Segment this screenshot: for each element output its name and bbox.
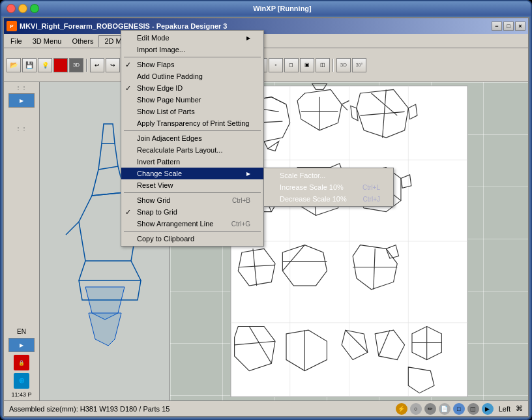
toolbar-redo[interactable]: ↪ xyxy=(106,58,120,72)
sidebar-icon-2[interactable]: 🌐 xyxy=(14,373,29,389)
submenu-decrease-scale[interactable]: Decrease Scale 10% Ctrl+J xyxy=(264,193,393,205)
lang-label: EN xyxy=(17,328,26,335)
sep-1 xyxy=(124,57,261,57)
toolbar-light[interactable]: 💡 xyxy=(38,58,52,72)
sidebar-btn-1[interactable]: ▶ xyxy=(8,93,35,108)
inner-title-text: MKVI_Right_Forearm_ROBOGENESIS - Pepakur… xyxy=(20,22,227,30)
sep-2 xyxy=(124,130,261,131)
outer-close-btn[interactable] xyxy=(7,4,16,13)
dropdown-join-edges[interactable]: Join Adjacent Edges xyxy=(121,132,263,144)
toolbar-align6[interactable]: ◫ xyxy=(316,58,330,72)
dropdown-apply-transparency[interactable]: Apply Transparency of Print Setting xyxy=(121,117,263,129)
toolbar-open[interactable]: 📂 xyxy=(7,58,21,72)
sidebar-dots-1: ⋮⋮ xyxy=(16,85,27,91)
dropdown-copy-clipboard[interactable]: Copy to Clipboard xyxy=(121,233,263,245)
status-icon-2[interactable]: ○ xyxy=(410,403,422,415)
menu-others[interactable]: Others xyxy=(66,36,98,46)
submenu-scale-factor[interactable]: Scale Factor... xyxy=(264,170,393,181)
submenu-increase-scale[interactable]: Increase Scale 10% Ctrl+L xyxy=(264,181,393,193)
menu-2d-dropdown: Edit Mode ▶ Import Image... Show Flaps A… xyxy=(121,30,264,247)
dropdown-recalculate[interactable]: Recalculate Parts Layout... xyxy=(121,144,263,156)
svg-line-7 xyxy=(79,261,85,280)
sep-3 xyxy=(124,192,261,193)
main-content: ⋮⋮ ▶ ⋮⋮ EN ▶ 🔒 🌐 11:43 P xyxy=(4,82,528,400)
outer-win-controls xyxy=(7,4,39,13)
status-text: Assembled size(mm): H381 W193 D180 / Par… xyxy=(9,405,170,413)
outer-title-text: WinXP [Running] xyxy=(39,5,525,12)
svg-line-2 xyxy=(98,143,102,170)
outer-title-bar: WinXP [Running] xyxy=(1,1,531,16)
svg-marker-1 xyxy=(92,166,125,196)
status-bar: Assembled size(mm): H381 W193 D180 / Par… xyxy=(4,400,528,416)
toolbar-align3[interactable]: ▫ xyxy=(269,58,283,72)
sidebar-dots-2: ⋮⋮ xyxy=(16,126,27,132)
menu-bar: File 3D Menu Others 2D Menu Settings Hel… xyxy=(4,34,528,48)
svg-marker-11 xyxy=(89,313,121,346)
svg-line-5 xyxy=(66,222,79,235)
dropdown-add-outline[interactable]: Add Outline Padding xyxy=(121,70,263,82)
status-bar-right: ⚡ ○ ✏ 📄 □ ◫ ▶ Left ⌘ xyxy=(396,403,523,415)
dropdown-snap-to-grid[interactable]: Snap to Grid xyxy=(121,206,263,218)
menu-file[interactable]: File xyxy=(5,36,27,46)
left-sidebar: ⋮⋮ ▶ ⋮⋮ EN ▶ 🔒 🌐 11:43 P xyxy=(4,82,40,400)
inner-win-controls: − □ × xyxy=(492,22,525,31)
status-right-label: Left xyxy=(499,405,510,413)
svg-marker-4 xyxy=(102,124,115,143)
menu-3d[interactable]: 3D Menu xyxy=(27,36,67,46)
toolbar-color[interactable] xyxy=(53,58,68,72)
window-inner: P MKVI_Right_Forearm_ROBOGENESIS - Pepak… xyxy=(3,17,529,417)
status-icon-1[interactable]: ⚡ xyxy=(396,403,407,415)
svg-line-3 xyxy=(115,143,118,166)
inner-min-btn[interactable]: − xyxy=(492,22,502,31)
inner-close-btn[interactable]: × xyxy=(515,22,525,31)
sidebar-icon-1[interactable]: 🔒 xyxy=(14,355,29,370)
toolbar-sep5 xyxy=(332,59,334,72)
dropdown-show-page-num[interactable]: Show Page Number xyxy=(121,94,263,106)
toolbar-undo[interactable]: ↩ xyxy=(90,58,104,72)
dropdown-show-grid[interactable]: Show Grid Ctrl+B xyxy=(121,194,263,206)
sidebar-bottom: EN ▶ 🔒 🌐 11:43 P xyxy=(8,328,35,398)
toolbar-align4[interactable]: ◻ xyxy=(284,58,299,72)
time-display: 11:43 P xyxy=(11,391,31,398)
toolbar-3d2[interactable]: 30° xyxy=(352,58,366,72)
window-outer: WinXP [Running] P MKVI_Right_Forearm_ROB… xyxy=(0,0,532,420)
toolbar-sep1 xyxy=(86,59,87,72)
sidebar-top: ⋮⋮ xyxy=(16,85,27,91)
inner-max-btn[interactable]: □ xyxy=(503,22,514,31)
toolbar-3d-icon[interactable]: 3D xyxy=(69,58,83,72)
status-icon-5[interactable]: □ xyxy=(453,403,465,415)
dropdown-reset-view[interactable]: Reset View xyxy=(121,179,263,191)
submenu-scale: Scale Factor... Increase Scale 10% Ctrl+… xyxy=(263,168,394,207)
toolbar-3d1[interactable]: 3D xyxy=(336,58,351,72)
dropdown-show-arrangement[interactable]: Show Arrangement Line Ctrl+G xyxy=(121,218,263,230)
toolbar-save[interactable]: 💾 xyxy=(22,58,37,72)
dropdown-import-image[interactable]: Import Image... xyxy=(121,44,263,55)
status-icon-7[interactable]: ▶ xyxy=(482,403,494,415)
status-keyboard: ⌘ xyxy=(516,404,523,413)
outer-min-btn[interactable] xyxy=(18,4,27,13)
toolbar-align5[interactable]: ▣ xyxy=(300,58,314,72)
dropdown-show-flaps[interactable]: Show Flaps xyxy=(121,59,263,70)
status-icon-3[interactable]: ✏ xyxy=(424,403,436,415)
outer-max-btn[interactable] xyxy=(30,4,39,13)
sep-4 xyxy=(124,231,261,232)
toolbar-area: 📂 💾 💡 3D ↩ ↪ Undo Auto 📊 ▦ ⊞ xyxy=(4,48,528,82)
status-icon-6[interactable]: ◫ xyxy=(467,403,479,415)
svg-line-8 xyxy=(131,261,141,280)
dropdown-show-list-parts[interactable]: Show List of Parts xyxy=(121,106,263,117)
dropdown-invert-pattern[interactable]: Invert Pattern xyxy=(121,156,263,168)
dropdown-show-edge-id[interactable]: Show Edge ID xyxy=(121,82,263,94)
inner-title-bar: P MKVI_Right_Forearm_ROBOGENESIS - Pepak… xyxy=(4,18,528,34)
dropdown-edit-mode[interactable]: Edit Mode ▶ xyxy=(121,32,263,44)
sidebar-btn-2[interactable]: ▶ xyxy=(8,338,35,352)
app-icon: P xyxy=(7,21,17,31)
status-icon-4[interactable]: 📄 xyxy=(439,403,451,415)
dropdown-change-scale[interactable]: Change Scale ▶ Scale Factor... Increase … xyxy=(121,168,263,179)
